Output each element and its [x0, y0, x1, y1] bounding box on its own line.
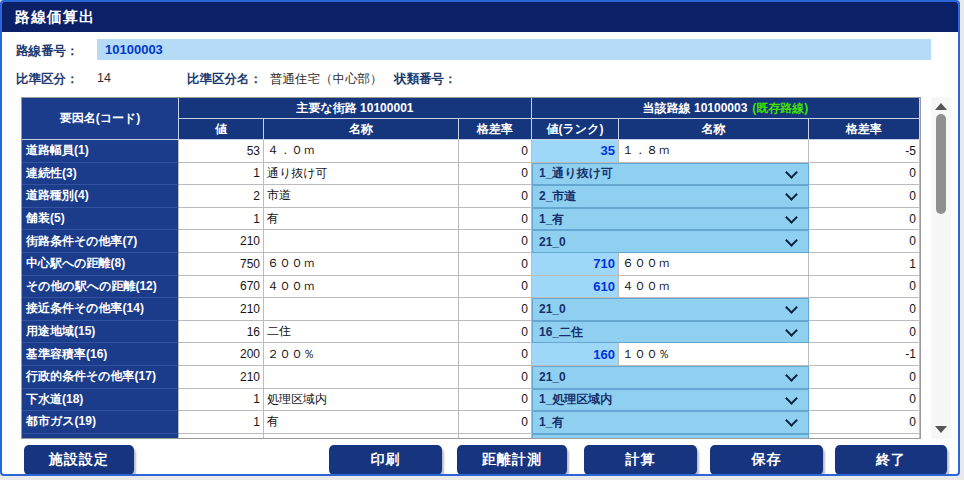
table-header: 要因名(コード) 主要な街路 10100001 当該路線 10100003 (既… — [22, 98, 920, 140]
target-value-select[interactable]: 1_有 — [532, 411, 809, 434]
main-name-header: 名称 — [264, 119, 459, 140]
chevron-down-icon — [785, 324, 798, 337]
route-number-label: 路線番号： — [16, 43, 79, 60]
target-value-input[interactable]: 160 — [532, 343, 619, 366]
chevron-down-icon — [785, 302, 798, 315]
factor-name-cell: 用途地域(15) — [22, 321, 179, 344]
target-rate-cell — [809, 434, 920, 439]
scroll-up-icon[interactable] — [935, 103, 947, 110]
target-rate-cell: 0 — [809, 298, 920, 321]
target-rate-cell: 0 — [809, 208, 920, 231]
factor-column-header: 要因名(コード) — [22, 98, 179, 140]
table-row: 道路幅員(1)53４．０ｍ035１．８ｍ-5 — [22, 140, 920, 163]
main-rate-header: 格差率 — [459, 119, 532, 140]
main-rate-cell: 0 — [459, 253, 532, 276]
main-street-group-label: 主要な街路 10100001 — [296, 100, 413, 117]
target-value-rank-header: 値(ランク) — [532, 119, 619, 140]
chevron-down-icon — [785, 189, 798, 202]
chevron-down-icon — [785, 415, 798, 428]
select-selected-value: 21_0 — [539, 302, 566, 316]
target-name-cell: １．８ｍ — [619, 140, 809, 163]
main-rate-cell: 0 — [459, 276, 532, 299]
factor-name-cell: 道路幅員(1) — [22, 140, 179, 163]
target-rate-cell: 0 — [809, 230, 920, 253]
target-value-input[interactable]: 710 — [532, 253, 619, 276]
exit-button[interactable]: 終了 — [835, 445, 947, 475]
target-value-select[interactable]: 21_0 — [532, 230, 809, 253]
main-name-cell: ６００ｍ — [264, 253, 459, 276]
main-rate-cell: 0 — [459, 163, 532, 186]
target-name-header: 名称 — [619, 119, 809, 140]
main-value-cell: 1 — [179, 163, 264, 186]
target-rate-cell: 0 — [809, 321, 920, 344]
target-value-select[interactable] — [532, 434, 809, 439]
main-street-group-header: 主要な街路 10100001 — [179, 98, 532, 119]
save-button[interactable]: 保存 — [710, 445, 823, 475]
main-name-cell: 有 — [264, 208, 459, 231]
print-button[interactable]: 印刷 — [329, 445, 442, 475]
select-selected-value: 1_処理区域内 — [539, 391, 612, 408]
target-rate-cell: 0 — [809, 185, 920, 208]
vertical-scrollbar[interactable] — [931, 97, 951, 439]
target-value-select[interactable]: 16_二住 — [532, 321, 809, 344]
main-rate-cell: 0 — [459, 208, 532, 231]
main-rate-cell: 0 — [459, 389, 532, 412]
window-titlebar: 路線価算出 — [2, 2, 958, 32]
class-name-label: 比準区分名： — [187, 71, 262, 88]
factor-name-cell: 下水道(18) — [22, 389, 179, 412]
target-route-group-label: 当該路線 10100003 — [643, 100, 748, 117]
main-value-cell: 1 — [179, 389, 264, 412]
main-name-cell: 有 — [264, 411, 459, 434]
class-label: 比準区分： — [16, 71, 79, 88]
table-row: 都市ガス(19)1有01_有0 — [22, 411, 920, 434]
target-value-select[interactable]: 1_有 — [532, 208, 809, 231]
main-rate-cell: 0 — [459, 140, 532, 163]
class-value: 14 — [97, 71, 111, 85]
factor-name-cell: 道路種別(4) — [22, 185, 179, 208]
main-value-cell: 53 — [179, 140, 264, 163]
factor-name-cell: 中心駅への距離(8) — [22, 253, 179, 276]
target-rate-cell: 1 — [809, 253, 920, 276]
class-name-value: 普通住宅（中心部） — [270, 71, 383, 88]
target-rate-cell: -1 — [809, 343, 920, 366]
factor-name-cell: 基準容積率(16) — [22, 343, 179, 366]
table-row: その他の駅への距離(12)670４００ｍ0610４００ｍ0 — [22, 276, 920, 299]
main-name-cell: 市道 — [264, 185, 459, 208]
target-name-cell: ４００ｍ — [619, 276, 809, 299]
target-value-select[interactable]: 1_処理区域内 — [532, 389, 809, 412]
main-value-cell: 1 — [179, 208, 264, 231]
target-value-select[interactable]: 21_0 — [532, 366, 809, 389]
table-row — [22, 434, 920, 439]
chevron-down-icon — [785, 437, 798, 439]
chevron-down-icon — [785, 369, 798, 382]
target-value-input[interactable]: 35 — [532, 140, 619, 163]
distance-measure-button[interactable]: 距離計測 — [457, 445, 567, 475]
chevron-down-icon — [785, 392, 798, 405]
status-number-label: 状類番号： — [394, 71, 457, 88]
table-row: 接近条件その他率(14)210021_00 — [22, 298, 920, 321]
table-row: 用途地域(15)16二住016_二住0 — [22, 321, 920, 344]
calculate-button[interactable]: 計算 — [584, 445, 697, 475]
main-rate-cell: 0 — [459, 230, 532, 253]
select-selected-value: 1_有 — [539, 211, 564, 228]
table-row: 中心駅への距離(8)750６００ｍ0710６００ｍ1 — [22, 253, 920, 276]
target-value-select[interactable]: 2_市道 — [532, 185, 809, 208]
factor-name-cell — [22, 434, 179, 439]
scrollbar-thumb[interactable] — [936, 114, 946, 214]
select-selected-value: 2_市道 — [539, 188, 576, 205]
target-value-select[interactable]: 1_通り抜け可 — [532, 163, 809, 186]
target-value-select[interactable]: 21_0 — [532, 298, 809, 321]
facility-settings-button[interactable]: 施設設定 — [24, 445, 134, 475]
main-value-header: 値 — [179, 119, 264, 140]
target-rate-cell: 0 — [809, 411, 920, 434]
target-value-input[interactable]: 610 — [532, 276, 619, 299]
route-number-input[interactable]: 10100003 — [97, 39, 931, 60]
scroll-down-icon[interactable] — [935, 426, 947, 433]
main-name-cell: 二住 — [264, 321, 459, 344]
main-value-cell — [179, 434, 264, 439]
table-row: 行政的条件その他率(17)210021_00 — [22, 366, 920, 389]
chevron-down-icon — [785, 166, 798, 179]
select-selected-value: 1_有 — [539, 414, 564, 431]
main-rate-cell: 0 — [459, 185, 532, 208]
table-row: 街路条件その他率(7)210021_00 — [22, 230, 920, 253]
